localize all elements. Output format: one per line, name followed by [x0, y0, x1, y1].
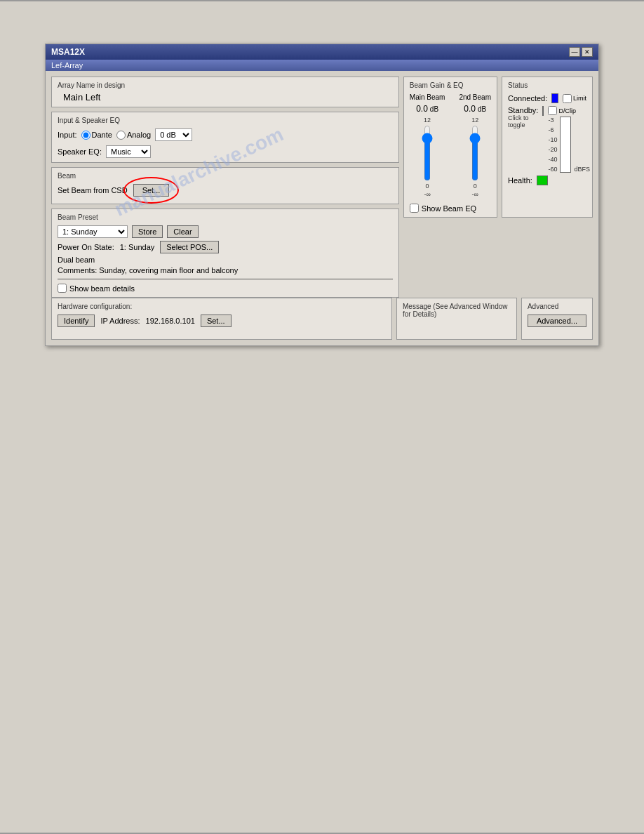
- advanced-button[interactable]: Advanced...: [528, 315, 586, 327]
- main-beam-slider[interactable]: [420, 125, 434, 181]
- window-title: MSA12X: [51, 47, 85, 57]
- message-section: Message (See Advanced Window for Details…: [396, 298, 517, 340]
- dante-option[interactable]: Dante: [81, 131, 112, 140]
- page-wrapper: MSA12X — ✕ Lef-Array manualarchive.com: [0, 0, 644, 834]
- ip-address-label: IP Address:: [100, 317, 140, 325]
- show-beam-checkbox[interactable]: [58, 284, 67, 293]
- input-label: Input:: [58, 131, 77, 139]
- store-button[interactable]: Store: [132, 225, 163, 238]
- minimize-button[interactable]: —: [569, 47, 580, 57]
- main-beam-val-row: 0.0 dB: [416, 104, 438, 114]
- hw-section: Hardware configuration: Identify IP Addr…: [51, 298, 392, 340]
- second-beam-db: dB: [478, 105, 486, 113]
- health-label: Health:: [508, 176, 532, 185]
- show-beam-row[interactable]: Show beam details: [58, 284, 393, 293]
- comments-text: Comments: Sunday, covering main floor an…: [58, 266, 393, 274]
- identify-button[interactable]: Identify: [58, 315, 95, 327]
- eq-section-title: Input & Speaker EQ: [58, 117, 393, 124]
- meter-label-10: -10: [548, 136, 557, 143]
- status-section: Status Connected: Limit: [502, 77, 593, 218]
- speaker-eq-row: Speaker EQ: Music Speech Flat: [58, 145, 393, 158]
- dante-radio[interactable]: [81, 131, 90, 140]
- dclip-item: D/Clip: [548, 106, 590, 115]
- dual-beam-text: Dual beam: [58, 256, 393, 264]
- beam-section: Beam Set Beam from CSD Set...: [51, 167, 399, 204]
- second-beam-label: 2nd Beam: [459, 93, 491, 101]
- ip-address-value: 192.168.0.101: [146, 317, 195, 325]
- meter-label-3: -3: [548, 117, 557, 124]
- second-beam-col: 2nd Beam 0.0 dB 12: [459, 93, 491, 198]
- set-beam-button[interactable]: Set...: [133, 184, 170, 197]
- preset-select[interactable]: 1: Sunday 2: Monday 3: Speech: [58, 225, 128, 238]
- speaker-eq-select[interactable]: Music Speech Flat: [106, 145, 151, 158]
- limit-item: Limit: [563, 94, 586, 103]
- meter-label-20: -20: [548, 146, 557, 153]
- divider: [58, 279, 393, 279]
- standby-indicator[interactable]: [542, 106, 544, 116]
- beam-gain-section: Beam Gain & EQ Main Beam 0.0 dB: [403, 77, 497, 218]
- power-on-row: Power On State: 1: Sunday Select POS...: [58, 241, 393, 253]
- input-row: Input: Dante Analog: [58, 128, 393, 141]
- set-ip-button[interactable]: Set...: [201, 315, 232, 327]
- meter-label-60: -60: [548, 166, 557, 173]
- analog-radio[interactable]: [116, 131, 126, 140]
- hw-row: Identify IP Address: 192.168.0.101 Set..…: [58, 315, 386, 327]
- main-beam-value: 0.0: [416, 104, 428, 114]
- hw-title: Hardware configuration:: [58, 303, 386, 310]
- window-body-inner: manualarchive.com Array Name in design M…: [51, 77, 593, 340]
- left-panel: Array Name in design Main Left Input & S…: [51, 77, 399, 298]
- second-scale-top: 12: [471, 117, 478, 124]
- dbfs-label: dBFS: [574, 166, 590, 173]
- beam-preset-section: Beam Preset 1: Sunday 2: Monday 3: Speec…: [51, 208, 399, 298]
- beam-set-row: Set Beam from CSD Set...: [58, 184, 393, 197]
- set-button-wrapper: Set...: [133, 184, 170, 197]
- comments-value: Sunday, covering main floor and balcony: [99, 266, 238, 274]
- limit-checkbox[interactable]: [563, 94, 572, 103]
- show-beam-eq-checkbox[interactable]: [410, 204, 419, 213]
- content-area: MSA12X — ✕ Lef-Array manualarchive.com: [0, 1, 644, 833]
- beam-title: Beam: [58, 172, 393, 180]
- dclip-label: D/Clip: [558, 107, 576, 114]
- subtitle-text: Lef-Array: [51, 61, 83, 70]
- second-beam-slider-container: 12 0 -∞: [468, 117, 482, 198]
- titlebar: MSA12X — ✕: [46, 44, 598, 60]
- preset-title: Beam Preset: [58, 213, 393, 221]
- standby-label: Standby:: [508, 106, 538, 114]
- limit-label: Limit: [573, 95, 586, 102]
- array-name-value: Main Left: [63, 92, 393, 102]
- second-beam-slider[interactable]: [468, 125, 482, 181]
- meter-label-40: -40: [548, 156, 557, 163]
- power-on-value: 1: Sunday: [120, 243, 155, 251]
- speaker-eq-label: Speaker EQ:: [58, 147, 102, 156]
- standby-sublabel: Click to toggle: [508, 114, 538, 128]
- second-scale-mid: 0: [474, 183, 477, 190]
- eq-section: Input & Speaker EQ Input: Dante: [51, 112, 399, 163]
- comments-label: Comments:: [58, 266, 97, 274]
- meter-group: -3 -6 -10 -20 -40 -60: [548, 117, 590, 173]
- clear-button[interactable]: Clear: [167, 225, 198, 238]
- second-scale-bottom: -∞: [471, 191, 478, 198]
- bottom-row: Hardware configuration: Identify IP Addr…: [51, 298, 593, 340]
- advanced-section: Advanced Advanced...: [521, 298, 593, 340]
- window-controls: — ✕: [569, 47, 593, 57]
- main-beam-col: Main Beam 0.0 dB 12: [410, 93, 445, 198]
- standby-group: Standby: Click to toggle: [508, 106, 538, 128]
- array-name-label: Array Name in design: [58, 81, 393, 89]
- select-pos-button[interactable]: Select POS...: [160, 241, 219, 253]
- gain-select[interactable]: 0 dB 3 dB -3 dB: [155, 128, 192, 141]
- standby-row: Standby: Click to toggle D/Clip: [508, 106, 586, 173]
- window-subtitle: Lef-Array: [46, 60, 598, 71]
- health-indicator: [537, 176, 548, 185]
- power-on-label: Power On State:: [58, 243, 114, 251]
- analog-option[interactable]: Analog: [116, 131, 151, 140]
- show-beam-eq-row[interactable]: Show Beam EQ: [410, 204, 491, 213]
- show-beam-eq-label: Show Beam EQ: [422, 204, 476, 213]
- second-beam-value: 0.0: [464, 104, 476, 114]
- connected-row: Connected: Limit: [508, 93, 586, 103]
- main-scale-bottom: -∞: [424, 191, 430, 198]
- preset-row: 1: Sunday 2: Monday 3: Speech Store Clea…: [58, 225, 393, 238]
- show-beam-label: Show beam details: [69, 284, 135, 293]
- main-beam-label: Main Beam: [410, 93, 445, 101]
- dclip-checkbox[interactable]: [548, 106, 557, 115]
- close-button[interactable]: ✕: [582, 47, 593, 57]
